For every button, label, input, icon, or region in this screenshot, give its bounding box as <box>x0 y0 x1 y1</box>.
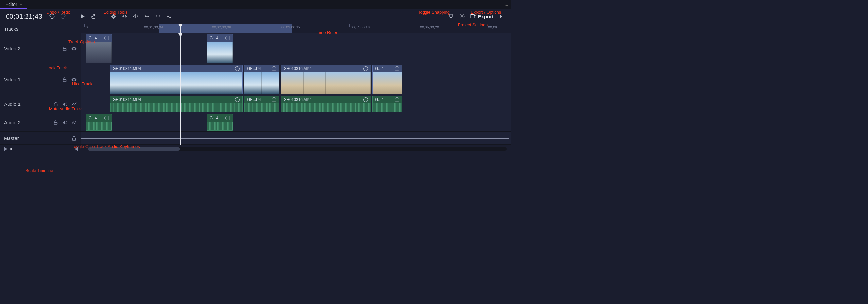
audio-clip[interactable]: GH010314.MP4 <box>110 96 243 112</box>
lane-audio2[interactable]: C...4G...4 <box>81 113 510 132</box>
playhead[interactable] <box>180 33 181 145</box>
annotation-scale-timeline: Scale Timeline <box>26 168 53 173</box>
audio-clip[interactable]: GH010316.MP4 <box>281 96 371 112</box>
panel-menu-icon[interactable]: ≡ <box>505 2 508 7</box>
diamond-tool-icon[interactable] <box>110 13 117 20</box>
link-icon <box>394 96 400 103</box>
editor-tab[interactable]: Editor ≡ <box>0 0 27 9</box>
link-icon <box>224 115 231 121</box>
clip-label: GH010316.MP4 <box>284 66 312 71</box>
track-header-audio2[interactable]: Audio 2 <box>0 113 81 132</box>
master-level-line[interactable] <box>81 138 508 139</box>
slip-tool-icon[interactable] <box>132 13 139 20</box>
track-header-video2[interactable]: Video 2 <box>0 33 81 64</box>
waveform <box>207 121 232 130</box>
tab-menu-icon[interactable]: ≡ <box>20 2 22 6</box>
clip-label: C...4 <box>89 36 97 40</box>
split-tool-icon[interactable] <box>155 13 161 20</box>
rate-stretch-icon[interactable] <box>166 13 173 20</box>
track-header-video1[interactable]: Video 1 <box>0 64 81 95</box>
video-clip[interactable]: GH010316.MP4 <box>281 65 371 94</box>
eye-icon[interactable] <box>71 77 77 83</box>
video-clip[interactable]: G...4 <box>372 65 402 94</box>
horizontal-scrollbar[interactable] <box>88 147 506 151</box>
zoom-in-icon[interactable] <box>74 147 78 151</box>
clip-label: GH...P4 <box>247 97 261 102</box>
track-name: Audio 1 <box>4 101 50 107</box>
export-button[interactable]: Export <box>470 13 494 19</box>
lane-master[interactable] <box>81 132 510 145</box>
play-icon[interactable] <box>80 13 86 20</box>
ruler-tick: 00;01;00;04 <box>144 25 163 29</box>
timecode-display[interactable]: 00;01;21;43 <box>6 13 42 20</box>
waveform <box>281 103 371 112</box>
lane-audio1[interactable]: GH010314.MP4GH...P4GH010316.MP4G...4 <box>81 95 510 113</box>
lock-icon[interactable] <box>62 46 68 52</box>
eye-icon[interactable] <box>71 46 77 52</box>
scrollbar-thumb[interactable] <box>88 147 180 151</box>
redo-icon[interactable] <box>60 13 66 20</box>
video-clip[interactable]: C...4 <box>86 34 112 63</box>
speaker-icon[interactable] <box>62 119 68 126</box>
keyframe-toggle-icon[interactable] <box>71 119 77 126</box>
slide-tool-icon[interactable] <box>144 13 150 20</box>
ruler-tick: 00;02;00;08 <box>212 25 231 29</box>
speaker-icon[interactable] <box>62 101 68 107</box>
link-icon <box>234 96 241 103</box>
waveform <box>244 103 279 112</box>
track-name: Video 2 <box>4 46 59 51</box>
track-name: Master <box>4 135 68 141</box>
clip-label: GH...P4 <box>247 66 261 71</box>
zoom-marker[interactable] <box>10 148 12 150</box>
audio-clip[interactable]: G...4 <box>372 96 402 112</box>
ripple-trim-icon[interactable] <box>121 13 128 20</box>
tab-bar: Editor ≡ ≡ <box>0 0 510 9</box>
svg-rect-3 <box>63 79 66 82</box>
timeline: Tracks ⋯ 000;01;00;0400;02;00;0800;03;00… <box>0 24 510 153</box>
export-icon <box>470 13 476 19</box>
svg-rect-4 <box>54 104 57 106</box>
lock-icon[interactable] <box>53 119 59 126</box>
video-clip[interactable]: GH010314.MP4 <box>110 65 243 94</box>
video-clip[interactable]: G...4 <box>207 34 233 63</box>
undo-icon[interactable] <box>49 13 55 20</box>
clip-label: GH010314.MP4 <box>113 66 141 71</box>
link-icon <box>234 65 241 72</box>
track-lanes[interactable]: C...4G...4 GH010314.MP4GH...P4GH010316.M… <box>81 33 510 145</box>
svg-rect-1 <box>471 15 474 18</box>
link-icon <box>103 115 110 121</box>
hand-tool-icon[interactable] <box>91 13 97 20</box>
track-headers: Video 2 Video 1 Audio 1 Audio 2 <box>0 33 81 145</box>
lock-icon[interactable] <box>62 77 68 83</box>
track-header-audio1[interactable]: Audio 1 <box>0 95 81 113</box>
track-name: Video 1 <box>4 77 59 82</box>
clip-label: GH010316.MP4 <box>284 97 312 102</box>
tracks-options-icon[interactable]: ⋯ <box>72 26 77 32</box>
ruler-tick: 00;05;00;20 <box>420 25 439 29</box>
lane-video1[interactable]: GH010314.MP4GH...P4GH010316.MP4G...4 <box>81 64 510 95</box>
link-icon <box>224 35 231 41</box>
video-clip[interactable]: GH...P4 <box>244 65 279 94</box>
audio-clip[interactable]: G...4 <box>207 114 233 131</box>
lock-icon[interactable] <box>71 135 77 141</box>
audio-clip[interactable]: GH...P4 <box>244 96 279 112</box>
clip-label: G...4 <box>375 66 384 71</box>
tab-title: Editor <box>5 2 17 7</box>
snapping-toggle-icon[interactable] <box>448 13 454 20</box>
zoom-out-icon[interactable] <box>4 147 7 151</box>
playhead-head[interactable] <box>180 24 181 33</box>
settings-gear-icon[interactable] <box>459 13 465 20</box>
audio-clip[interactable]: C...4 <box>86 114 112 131</box>
waveform <box>373 103 402 112</box>
lock-icon[interactable] <box>53 101 59 107</box>
keyframe-toggle-icon[interactable] <box>71 101 77 107</box>
time-ruler[interactable]: 000;01;00;0400;02;00;0800;03;00;1200;04;… <box>81 24 510 33</box>
export-more-icon[interactable] <box>498 13 505 20</box>
lane-video2[interactable]: C...4G...4 <box>81 33 510 64</box>
track-header-master[interactable]: Master <box>0 132 81 145</box>
export-label: Export <box>478 14 494 19</box>
link-icon <box>271 96 277 103</box>
svg-rect-6 <box>72 138 75 140</box>
ruler-tick: 0 <box>86 25 88 29</box>
svg-rect-5 <box>54 122 57 125</box>
